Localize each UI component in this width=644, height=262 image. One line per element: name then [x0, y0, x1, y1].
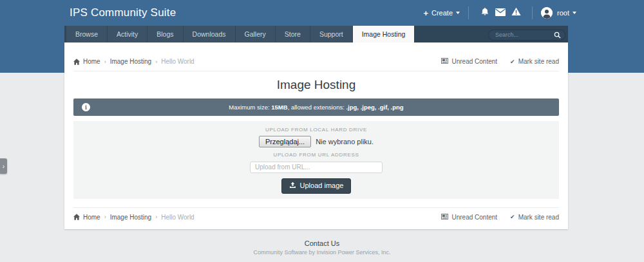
unread-content-label: Unread Content — [451, 214, 497, 221]
info-icon: i — [82, 103, 90, 111]
search-container — [488, 28, 565, 41]
search-icon[interactable] — [554, 30, 561, 41]
header-divider — [468, 6, 469, 19]
breadcrumb-separator: › — [104, 214, 106, 220]
newspaper-icon — [441, 214, 448, 221]
home-icon — [73, 59, 80, 65]
site-title: IPS Community Suite — [70, 6, 176, 19]
home-icon — [73, 214, 80, 220]
avatar — [541, 7, 553, 19]
breadcrumb-separator: › — [155, 59, 157, 65]
mail-icon — [495, 7, 506, 19]
no-file-selected-text: Nie wybrano pliku. — [316, 138, 374, 145]
breadcrumb-separator: › — [155, 214, 157, 220]
breadcrumb: Home › Image Hosting › Hello World Unrea… — [64, 42, 568, 71]
upload-url-input[interactable] — [250, 162, 383, 173]
plus-icon: + — [423, 8, 428, 18]
header-actions: + Create root — [423, 6, 576, 19]
mark-site-read-label: Mark site read — [518, 214, 559, 221]
user-menu[interactable]: root — [541, 7, 576, 19]
top-header: IPS Community Suite + Create — [0, 0, 644, 26]
breadcrumb-bottom: Home › Image Hosting › Hello World Unrea… — [64, 208, 568, 229]
breadcrumb-current: Hello World — [161, 214, 194, 221]
bell-icon — [480, 7, 489, 19]
upload-image-button[interactable]: Upload image — [281, 178, 352, 194]
tab-downloads[interactable]: Downloads — [184, 26, 235, 42]
mark-site-read-link[interactable]: ✔ Mark site read — [510, 58, 559, 65]
unread-content-link[interactable]: Unread Content — [441, 58, 497, 65]
breadcrumb-image-hosting[interactable]: Image Hosting — [110, 214, 151, 221]
sidebar-expand-handle[interactable]: › — [0, 158, 7, 174]
url-input-row — [73, 160, 559, 173]
file-input-row: Przeglądaj... Nie wybrano pliku. — [259, 136, 374, 147]
breadcrumb-separator: › — [104, 59, 106, 65]
chevron-right-icon: › — [3, 163, 5, 170]
tab-image-hosting[interactable]: Image Hosting — [353, 26, 415, 42]
main-navigation: Browse Activity Blogs Downloads Gallery … — [64, 26, 568, 42]
contact-us-link[interactable]: Contact Us — [305, 239, 339, 247]
breadcrumb-home[interactable]: Home — [73, 214, 100, 221]
moderation-button[interactable] — [508, 7, 524, 19]
breadcrumb-utilities: Unread Content ✔ Mark site read — [441, 58, 559, 65]
notice-text: Maximum size: 15MB, allowed extensions: … — [229, 104, 403, 111]
check-icon: ✔ — [510, 59, 515, 65]
user-name: root — [557, 9, 569, 17]
messages-button[interactable] — [493, 7, 508, 19]
breadcrumb-image-hosting[interactable]: Image Hosting — [110, 58, 151, 65]
header-divider — [532, 6, 533, 19]
upload-form-panel: UPLOAD FROM LOCAL HARD DRIVE Przeglądaj.… — [73, 121, 559, 199]
local-upload-label: UPLOAD FROM LOCAL HARD DRIVE — [73, 127, 559, 133]
upload-image-button-label: Upload image — [300, 182, 344, 189]
upload-limits-notice: i Maximum size: 15MB, allowed extensions… — [73, 98, 559, 116]
copyright-text: Community Software by Invision Power Ser… — [0, 249, 644, 256]
tab-blogs[interactable]: Blogs — [147, 26, 182, 42]
chevron-down-icon — [456, 12, 460, 14]
content-card: Home › Image Hosting › Hello World Unrea… — [64, 42, 568, 229]
breadcrumb-current: Hello World — [161, 58, 194, 65]
unread-content-label: Unread Content — [451, 58, 497, 65]
mark-site-read-label: Mark site read — [518, 58, 559, 65]
page-title: Image Hosting — [64, 71, 568, 98]
newspaper-icon — [441, 58, 448, 65]
tab-browse[interactable]: Browse — [66, 26, 107, 42]
breadcrumb-utilities: Unread Content ✔ Mark site read — [441, 214, 559, 221]
tab-activity[interactable]: Activity — [108, 26, 147, 42]
url-upload-label: UPLOAD FROM URL ADDRESS — [73, 152, 559, 158]
notifications-button[interactable] — [477, 7, 493, 19]
check-icon: ✔ — [510, 214, 515, 220]
unread-content-link[interactable]: Unread Content — [441, 214, 497, 221]
browse-file-button[interactable]: Przeglądaj... — [259, 136, 311, 147]
breadcrumb-home[interactable]: Home — [73, 58, 100, 65]
page-footer: Contact Us Community Software by Invisio… — [0, 229, 644, 256]
tab-support[interactable]: Support — [310, 26, 352, 42]
mark-site-read-link[interactable]: ✔ Mark site read — [510, 214, 559, 221]
upload-icon — [289, 182, 296, 190]
chevron-down-icon — [573, 12, 576, 14]
tab-gallery[interactable]: Gallery — [236, 26, 275, 42]
warning-icon — [511, 7, 521, 19]
create-button-label: Create — [431, 9, 453, 17]
tab-store[interactable]: Store — [276, 26, 310, 42]
create-button[interactable]: + Create — [423, 8, 460, 18]
